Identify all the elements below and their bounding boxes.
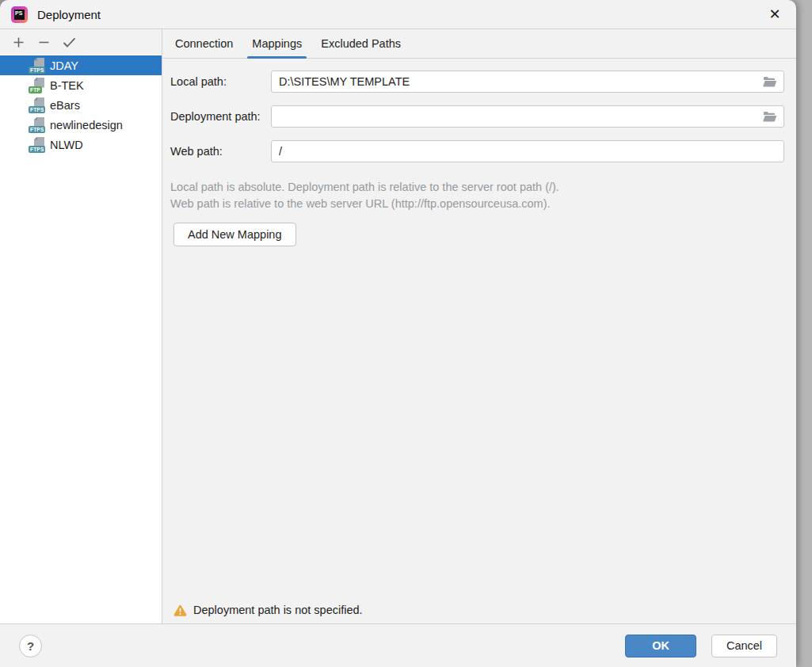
settings-panel: Connection Mappings Excluded Paths Local… xyxy=(162,29,796,623)
ftps-server-icon: FTPS xyxy=(29,58,45,74)
deployment-path-label: Deployment path: xyxy=(170,110,271,123)
server-item-nlwd[interactable]: FTPS NLWD xyxy=(0,135,162,154)
local-path-input[interactable] xyxy=(271,71,784,93)
ok-button[interactable]: OK xyxy=(625,635,696,657)
ftps-server-icon: FTPS xyxy=(29,97,45,113)
server-name: NLWD xyxy=(50,139,83,151)
server-item-jday[interactable]: FTPS JDAY xyxy=(0,55,162,75)
web-path-input[interactable] xyxy=(271,140,784,162)
add-server-button[interactable] xyxy=(10,33,27,51)
close-icon[interactable]: ✕ xyxy=(761,2,788,26)
phpstorm-app-icon: PS xyxy=(11,6,28,23)
server-item-ebars[interactable]: FTPS eBars xyxy=(0,95,162,115)
local-path-row: Local path: xyxy=(170,71,784,93)
dialog-footer: ? OK Cancel xyxy=(0,623,796,667)
server-item-b-tek[interactable]: FTP B-TEK xyxy=(0,75,162,95)
mappings-form: Local path: Deployment path: xyxy=(162,59,796,175)
server-list: FTPS JDAY FTP B-TEK FTPS eBars xyxy=(0,55,162,623)
cancel-button[interactable]: Cancel xyxy=(711,635,777,657)
warning-text: Deployment path is not specified. xyxy=(193,604,363,616)
content-spacer xyxy=(162,246,796,604)
ftps-server-icon: FTPS xyxy=(29,117,45,133)
tab-connection[interactable]: Connection xyxy=(170,29,238,58)
server-name: newlinedesign xyxy=(50,119,123,131)
hint-line-1: Local path is absolute. Deployment path … xyxy=(170,179,784,196)
tab-excluded-paths[interactable]: Excluded Paths xyxy=(316,29,406,58)
ftp-server-icon: FTP xyxy=(29,78,45,93)
path-hint-text: Local path is absolute. Deployment path … xyxy=(162,175,796,212)
add-new-mapping-button[interactable]: Add New Mapping xyxy=(173,223,296,246)
deployment-dialog: PS Deployment ✕ FTPS xyxy=(0,0,796,667)
server-sidebar: FTPS JDAY FTP B-TEK FTPS eBars xyxy=(0,29,162,623)
title-bar: PS Deployment ✕ xyxy=(0,0,796,29)
browse-folder-icon[interactable] xyxy=(762,110,778,123)
tab-bar: Connection Mappings Excluded Paths xyxy=(162,29,796,59)
hint-line-2: Web path is relative to the web server U… xyxy=(170,196,784,212)
deployment-path-input[interactable] xyxy=(271,105,784,128)
ftps-server-icon: FTPS xyxy=(29,137,45,153)
browse-folder-icon[interactable] xyxy=(762,75,778,88)
help-button[interactable]: ? xyxy=(19,635,42,657)
deployment-path-row: Deployment path: xyxy=(170,105,784,128)
window-title: Deployment xyxy=(37,8,101,21)
web-path-row: Web path: xyxy=(170,140,784,162)
use-as-default-button[interactable] xyxy=(60,33,78,51)
remove-server-button[interactable] xyxy=(35,33,52,51)
local-path-label: Local path: xyxy=(170,75,271,88)
tab-mappings[interactable]: Mappings xyxy=(247,29,307,58)
server-name: eBars xyxy=(50,99,80,112)
sidebar-toolbar xyxy=(0,29,162,55)
validation-warning: Deployment path is not specified. xyxy=(162,604,796,623)
warning-icon xyxy=(173,604,187,616)
web-path-label: Web path: xyxy=(170,145,271,158)
server-name: JDAY xyxy=(50,59,78,72)
main-area: FTPS JDAY FTP B-TEK FTPS eBars xyxy=(0,29,796,623)
server-item-newlinedesign[interactable]: FTPS newlinedesign xyxy=(0,115,162,135)
server-name: B-TEK xyxy=(50,79,84,92)
